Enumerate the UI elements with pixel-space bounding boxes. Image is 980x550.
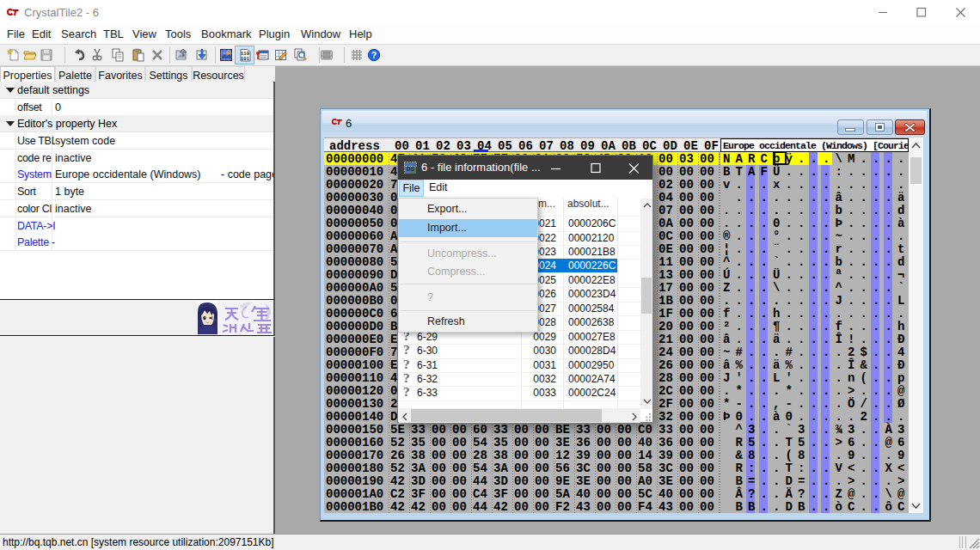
svg-text:101: 101	[241, 56, 250, 62]
svg-text:DS: DS	[407, 165, 415, 173]
svg-text:?: ?	[371, 51, 377, 60]
